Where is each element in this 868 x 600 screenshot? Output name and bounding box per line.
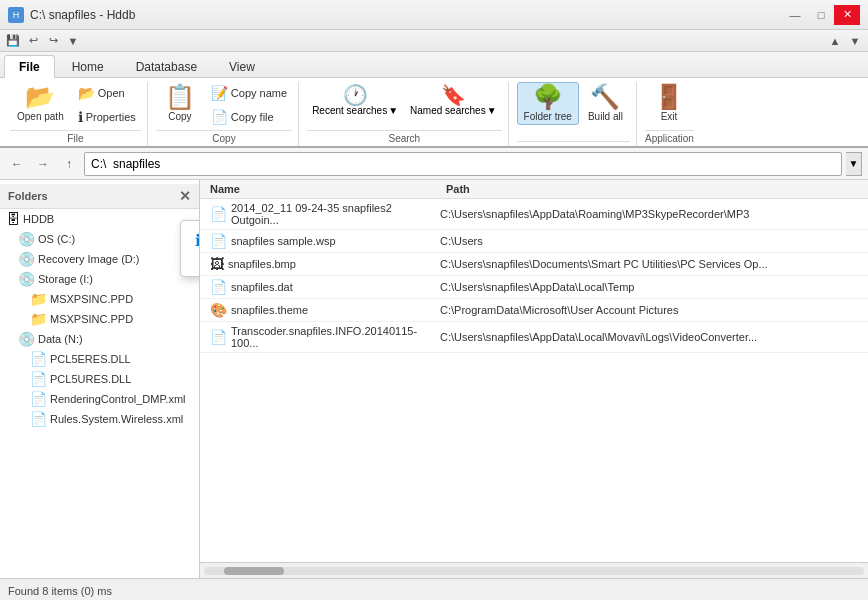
folder-storage-icon: 💿 <box>18 271 35 287</box>
result-icon-5: 📄 Transcoder.snapfiles.INFO.20140115-100… <box>200 325 440 349</box>
tab-view[interactable]: View <box>214 55 270 77</box>
build-all-label: Build all <box>588 111 623 122</box>
minimize-button[interactable]: — <box>782 5 808 25</box>
results-panel: Name Path 📄 2014_02_11 09-24-35 snapfile… <box>200 180 868 578</box>
folder-data-icon: 💿 <box>18 331 35 347</box>
h-scroll-thumb[interactable] <box>224 567 284 575</box>
folder-rules-icon: 📄 <box>30 411 47 427</box>
folder-panel-label: Folders <box>8 190 48 202</box>
ribbon-group-open-label: File <box>10 130 141 144</box>
ribbon-group-open: 📂 Open path 📂 Open ℹ Properties File <box>4 82 148 146</box>
tab-home[interactable]: Home <box>57 55 119 77</box>
file-small-group: 📂 Open ℹ Properties <box>73 82 141 128</box>
copy-file-button[interactable]: 📄 Copy file <box>206 106 292 128</box>
recent-searches-label: Recent searches ▼ <box>312 105 398 116</box>
folder-tree-label: Folder tree <box>524 111 572 122</box>
result-item-5[interactable]: 📄 Transcoder.snapfiles.INFO.20140115-100… <box>200 322 868 353</box>
folder-item-pcl5e[interactable]: 📄 PCL5ERES.DLL <box>0 349 199 369</box>
copy-label: Copy <box>168 111 191 122</box>
down-arrow-btn[interactable]: ▼ <box>846 32 864 50</box>
folder-item-msxp1[interactable]: 📁 MSXPSINC.PPD <box>0 289 199 309</box>
file-icon-5: 📄 <box>210 329 227 345</box>
result-name-1: snapfiles sample.wsp <box>231 235 336 247</box>
folder-item-rules[interactable]: 📄 Rules.System.Wireless.xml <box>0 409 199 429</box>
copy-file-label: Copy file <box>231 111 274 123</box>
properties-button[interactable]: ℹ Properties <box>73 106 141 128</box>
open-button[interactable]: 📂 Open <box>73 82 141 104</box>
named-searches-button[interactable]: 🔖 Named searches ▼ <box>405 82 502 119</box>
folder-msxp1-label: MSXPSINC.PPD <box>50 293 133 305</box>
ribbon-group-folder-content: 🌳 Folder tree 🔨 Build all <box>517 82 630 139</box>
result-icon-0: 📄 2014_02_11 09-24-35 snapfiles2 Outgoin… <box>200 202 440 226</box>
result-item-4[interactable]: 🎨 snapfiles.theme C:\ProgramData\Microso… <box>200 299 868 322</box>
forward-button[interactable]: → <box>32 153 54 175</box>
ribbon-group-folder: 🌳 Folder tree 🔨 Build all <box>511 82 637 146</box>
recent-searches-arrow: ▼ <box>388 105 398 116</box>
build-all-button[interactable]: 🔨 Build all <box>581 82 630 125</box>
success-tooltip: ℹ Database built successfylly Build time… <box>180 220 200 277</box>
exit-label: Exit <box>661 111 678 122</box>
tab-database[interactable]: Datatabase <box>121 55 212 77</box>
result-item-2[interactable]: 🖼 snapfiles.bmp C:\Users\snapfiles\Docum… <box>200 253 868 276</box>
folder-item-hddb[interactable]: 🗄 HDDB <box>0 209 199 229</box>
folder-item-recovery[interactable]: 💿 Recovery Image (D:) <box>0 249 199 269</box>
address-expand-button[interactable]: ▼ <box>846 152 862 176</box>
result-icon-2: 🖼 snapfiles.bmp <box>200 256 440 272</box>
up-button[interactable]: ↑ <box>58 153 80 175</box>
qa-dropdown-btn[interactable]: ▼ <box>64 32 82 50</box>
build-all-icon: 🔨 <box>590 85 620 109</box>
properties-label: Properties <box>86 111 136 123</box>
result-name-3: snapfiles.dat <box>231 281 293 293</box>
file-icon-4: 🎨 <box>210 302 227 318</box>
window-title: C:\ snapfiles - Hddb <box>30 8 135 22</box>
status-text: Found 8 items (0) ms <box>8 585 112 597</box>
ribbon-group-app: 🚪 Exit Application <box>639 82 700 146</box>
folder-item-storage[interactable]: 💿 Storage (I:) <box>0 269 199 289</box>
folder-osc-icon: 💿 <box>18 231 35 247</box>
save-quick-btn[interactable]: 💾 <box>4 32 22 50</box>
h-scroll-track <box>204 567 864 575</box>
tab-file[interactable]: File <box>4 55 55 78</box>
folder-item-osc[interactable]: 💿 OS (C:) <box>0 229 199 249</box>
result-name-4: snapfiles.theme <box>231 304 308 316</box>
open-path-button[interactable]: 📂 Open path <box>10 82 71 125</box>
result-path-3: C:\Users\snapfiles\AppData\Local\Temp <box>440 281 868 293</box>
ribbon-group-search-label: Search <box>307 130 501 144</box>
result-item-0[interactable]: 📄 2014_02_11 09-24-35 snapfiles2 Outgoin… <box>200 199 868 230</box>
named-searches-label: Named searches ▼ <box>410 105 497 116</box>
quick-access-toolbar: 💾 ↩ ↪ ▼ ▲ ▼ <box>0 30 868 52</box>
properties-icon: ℹ <box>78 109 83 125</box>
undo-quick-btn[interactable]: ↩ <box>24 32 42 50</box>
close-folders-button[interactable]: ✕ <box>179 188 191 204</box>
back-button[interactable]: ← <box>6 153 28 175</box>
maximize-button[interactable]: □ <box>808 5 834 25</box>
file-icon-1: 📄 <box>210 233 227 249</box>
copy-button[interactable]: 📋 Copy <box>156 82 204 125</box>
horizontal-scrollbar[interactable] <box>200 562 868 578</box>
ribbon-group-copy-content: 📋 Copy 📝 Copy name 📄 Copy file <box>156 82 292 128</box>
recent-searches-button[interactable]: 🕐 Recent searches ▼ <box>307 82 403 119</box>
folder-pcl5u-icon: 📄 <box>30 371 47 387</box>
address-input[interactable] <box>84 152 842 176</box>
folder-recovery-label: Recovery Image (D:) <box>38 253 139 265</box>
ribbon-group-app-label: Application <box>645 130 694 144</box>
folder-item-data[interactable]: 💿 Data (N:) <box>0 329 199 349</box>
app-icon: H <box>8 7 24 23</box>
folder-msxp2-label: MSXPSINC.PPD <box>50 313 133 325</box>
folder-tree-button[interactable]: 🌳 Folder tree <box>517 82 579 125</box>
redo-quick-btn[interactable]: ↪ <box>44 32 62 50</box>
exit-button[interactable]: 🚪 Exit <box>645 82 693 125</box>
open-path-label: Open path <box>17 111 64 122</box>
result-icon-3: 📄 snapfiles.dat <box>200 279 440 295</box>
open-label: Open <box>98 87 125 99</box>
result-item-3[interactable]: 📄 snapfiles.dat C:\Users\snapfiles\AppDa… <box>200 276 868 299</box>
result-item-1[interactable]: 📄 snapfiles sample.wsp C:\Users <box>200 230 868 253</box>
folder-item-msxp2[interactable]: 📁 MSXPSINC.PPD <box>0 309 199 329</box>
folder-item-pcl5u[interactable]: 📄 PCL5URES.DLL <box>0 369 199 389</box>
copy-name-button[interactable]: 📝 Copy name <box>206 82 292 104</box>
up-arrow-btn[interactable]: ▲ <box>826 32 844 50</box>
title-bar: H C:\ snapfiles - Hddb — □ ✕ <box>0 0 868 30</box>
close-button[interactable]: ✕ <box>834 5 860 25</box>
folder-panel: Folders ✕ 🗄 HDDB 💿 OS (C:) 💿 Recovery Im… <box>0 180 200 578</box>
folder-item-rendering[interactable]: 📄 RenderingControl_DMP.xml <box>0 389 199 409</box>
